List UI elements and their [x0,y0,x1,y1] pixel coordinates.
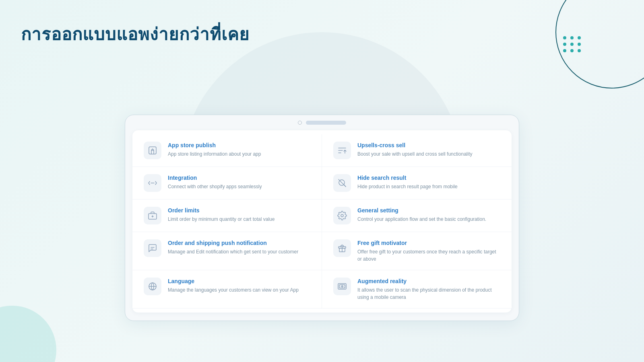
feature-item-upsells-cross-sell[interactable]: Upsells-cross sell Boost your sale with … [322,134,512,167]
feature-title-hide-search: Hide search result [357,174,500,181]
feature-item-augmented-reality[interactable]: Augmented reality It allows the user to … [322,270,512,309]
device-frame: App store publish App store listing info… [125,115,519,321]
feature-item-order-shipping-notification[interactable]: Order and shipping push notification Man… [132,232,322,270]
device-topbar [125,115,519,130]
feature-title-order-limits: Order limits [168,207,310,214]
feature-desc-integration: Connect with other shopify apps seamless… [168,183,310,190]
feature-text-integration: Integration Connect with other shopify a… [168,174,310,190]
topbar-pill [306,121,346,125]
feature-item-language[interactable]: Language Manage the languages your custo… [132,270,322,309]
feature-desc-augmented-reality: It allows the user to scan the physical … [357,286,500,301]
gear-icon [333,207,351,224]
feature-item-general-setting[interactable]: General setting Control your application… [322,200,512,232]
feature-desc-hide-search: Hide product in search result page from … [357,183,500,190]
features-grid: App store publish App store listing info… [132,134,512,309]
feature-text-hide-search: Hide search result Hide product in searc… [357,174,500,190]
feature-title-general-setting: General setting [357,207,500,214]
feature-desc-app-store-publish: App store listing information about your… [168,150,310,158]
feature-item-order-limits[interactable]: Order limits Limit order by minimum quan… [132,200,322,232]
svg-point-3 [341,214,343,217]
feature-text-order-limits: Order limits Limit order by minimum quan… [168,207,310,223]
store-icon [144,142,161,159]
feature-text-upsells: Upsells-cross sell Boost your sale with … [357,142,500,158]
notification-icon [144,239,161,257]
order-limits-icon [144,207,161,224]
feature-title-language: Language [168,278,310,285]
feature-title-free-gift-motivator: Free gift motivator [357,239,500,247]
feature-item-app-store-publish[interactable]: App store publish App store listing info… [132,134,322,167]
feature-text-app-store-publish: App store publish App store listing info… [168,142,310,158]
feature-desc-upsells: Boost your sale with upsell and cross se… [357,150,500,158]
dots-decoration [563,36,582,52]
feature-desc-free-gift-motivator: Offer free gift to your customers once t… [357,248,500,263]
feature-text-free-gift-motivator: Free gift motivator Offer free gift to y… [357,239,500,263]
feature-title-app-store-publish: App store publish [168,142,310,149]
content-card: App store publish App store listing info… [132,130,512,313]
feature-text-order-shipping-notification: Order and shipping push notification Man… [168,239,310,255]
feature-title-order-shipping-notification: Order and shipping push notification [168,239,310,247]
feature-text-language: Language Manage the languages your custo… [168,278,310,294]
feature-title-integration: Integration [168,174,310,181]
feature-item-hide-search[interactable]: Hide search result Hide product in searc… [322,167,512,200]
feature-desc-order-limits: Limit order by minimum quantity or cart … [168,216,310,223]
integration-icon [144,174,161,192]
gift-icon [333,239,351,257]
feature-text-augmented-reality: Augmented reality It allows the user to … [357,278,500,301]
bg-circle-bottom-left [0,306,56,362]
feature-desc-order-shipping-notification: Manage and Edit notification which get s… [168,248,310,255]
feature-item-integration[interactable]: Integration Connect with other shopify a… [132,167,322,200]
upsell-icon [333,142,351,159]
page-title: การออกแบบแอพง่ายกว่าที่เคย [21,21,250,47]
feature-title-upsells: Upsells-cross sell [357,142,500,149]
feature-desc-general-setting: Control your application flow and set th… [357,216,500,223]
language-icon [144,278,161,295]
feature-desc-language: Manage the languages your customers can … [168,286,310,294]
feature-text-general-setting: General setting Control your application… [357,207,500,223]
ar-icon [333,278,351,295]
feature-title-augmented-reality: Augmented reality [357,278,500,285]
topbar-circle [298,121,302,125]
feature-item-free-gift-motivator[interactable]: Free gift motivator Offer free gift to y… [322,232,512,270]
hide-search-icon [333,174,351,192]
